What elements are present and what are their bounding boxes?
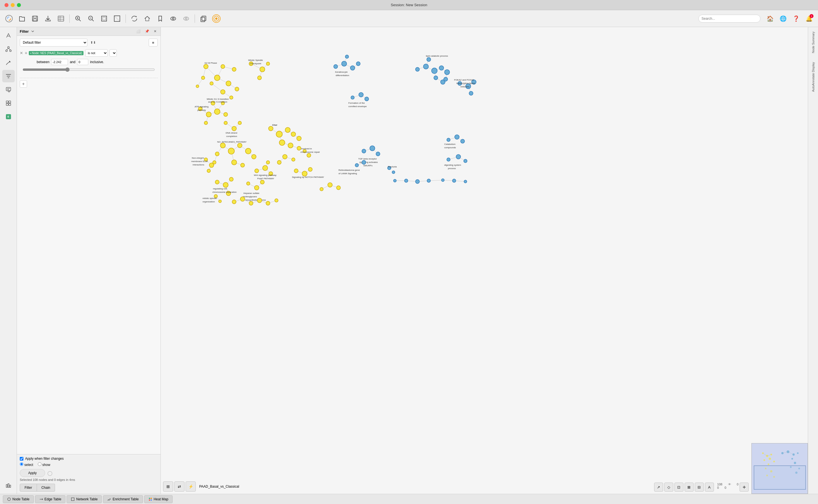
node[interactable] [307,153,311,157]
sidebar-item-app-store[interactable] [2,97,15,109]
node[interactable] [392,171,395,174]
filter-arrows-button[interactable]: ⬆⬇ [89,40,97,45]
node[interactable] [355,163,358,167]
auto-annotate-display-label[interactable]: AutoAnnotate Display [812,58,815,96]
node[interactable] [249,201,253,205]
node[interactable] [221,65,225,68]
node[interactable] [362,160,366,164]
zoom-out-button[interactable] [85,13,97,24]
node[interactable] [224,121,227,125]
node[interactable] [254,185,259,190]
node[interactable] [362,149,366,153]
node[interactable] [464,159,467,163]
node[interactable] [209,163,214,167]
hide-nodes-button[interactable] [167,13,179,24]
edge-table-tab[interactable]: Edge Table [35,495,66,503]
node[interactable] [302,171,307,176]
network-overview-button[interactable] [180,13,192,24]
node[interactable] [453,179,456,182]
node[interactable] [241,163,244,167]
filter-select-radio[interactable] [20,462,23,466]
close-traffic-light[interactable] [5,3,8,7]
node[interactable] [266,201,270,205]
node-table-tab[interactable]: Node Table [3,495,34,503]
node[interactable] [444,77,448,81]
sidebar-item-auto-annotate[interactable] [2,29,15,42]
filter-maximize-button[interactable]: ⬜ [135,29,142,34]
node[interactable] [276,131,282,137]
sidebar-item-style[interactable] [2,56,15,69]
node[interactable] [469,91,473,95]
filter-show-radio-label[interactable]: show [38,462,50,467]
node[interactable] [341,61,347,66]
node[interactable] [223,182,228,187]
node[interactable] [285,127,290,132]
node[interactable] [297,146,301,150]
node[interactable] [204,121,208,125]
node[interactable] [416,67,420,71]
node[interactable] [393,179,396,182]
network-canvas[interactable]: G2 M Phase Mitotic Spindle Checkpoint [161,27,808,494]
sidebar-item-layout-tools[interactable] [2,479,15,492]
share-button[interactable]: ⇄ [174,481,184,492]
invert-selection-button[interactable]: ⊟ [695,483,704,492]
node[interactable] [445,70,450,75]
node[interactable] [257,76,261,80]
node[interactable] [226,81,231,86]
import-table-button[interactable] [55,13,67,24]
node[interactable] [260,180,264,184]
notification-button[interactable]: 🔔 1 [803,13,815,24]
layout-button[interactable]: ✛ [740,483,749,492]
apply-button[interactable]: Apply [20,469,45,477]
open-session-button[interactable] [3,13,15,24]
node[interactable] [442,179,444,182]
node[interactable] [294,169,298,173]
node[interactable] [206,112,211,117]
node[interactable] [456,154,461,159]
node[interactable] [240,197,245,201]
copy-network-button[interactable] [198,13,209,24]
node[interactable] [439,66,444,70]
node[interactable] [252,154,256,159]
network-table-tab[interactable]: Network Table [67,495,102,503]
node[interactable] [207,169,210,173]
node[interactable] [447,158,450,161]
node[interactable] [224,112,228,116]
node[interactable] [455,135,459,139]
filter-apply-when-checkbox[interactable] [20,457,23,461]
grid-view-button[interactable]: ⊞ [163,481,173,492]
node[interactable] [424,64,429,69]
node[interactable] [404,179,408,182]
search-input[interactable] [698,15,760,23]
node[interactable] [232,126,236,131]
node[interactable] [215,152,219,156]
enrichment-table-tab[interactable]: Enrichment Table [103,495,143,503]
node[interactable] [464,180,467,183]
open-file-button[interactable] [16,13,28,24]
import-network-button[interactable] [42,13,54,24]
node[interactable] [266,62,270,65]
node[interactable] [447,138,450,142]
node[interactable] [275,199,278,202]
globe-button[interactable]: 🌐 [777,13,789,24]
bookmark-button[interactable] [155,13,166,24]
node[interactable] [238,121,241,125]
node[interactable] [351,96,354,99]
filter-show-radio[interactable] [38,462,41,466]
select-all-button[interactable]: ⊡ [674,483,684,492]
node[interactable] [204,64,208,69]
node[interactable] [201,76,205,79]
node[interactable] [291,132,295,136]
minimize-traffic-light[interactable] [11,3,15,7]
filter-range-slider[interactable] [23,67,155,72]
filter-condition-close[interactable]: ✕ [20,51,23,55]
node[interactable] [328,183,332,187]
zoom-in-button[interactable] [72,13,84,24]
node[interactable] [320,187,323,191]
filter-tab[interactable]: Filter [20,484,37,492]
filter-operator-select[interactable]: is not is between [85,49,108,57]
filter-menu-button[interactable]: ≡ [149,39,158,47]
filter-select-radio-label[interactable]: select [20,462,33,467]
chain-tab[interactable]: Chain [37,484,55,492]
node[interactable] [416,180,420,184]
